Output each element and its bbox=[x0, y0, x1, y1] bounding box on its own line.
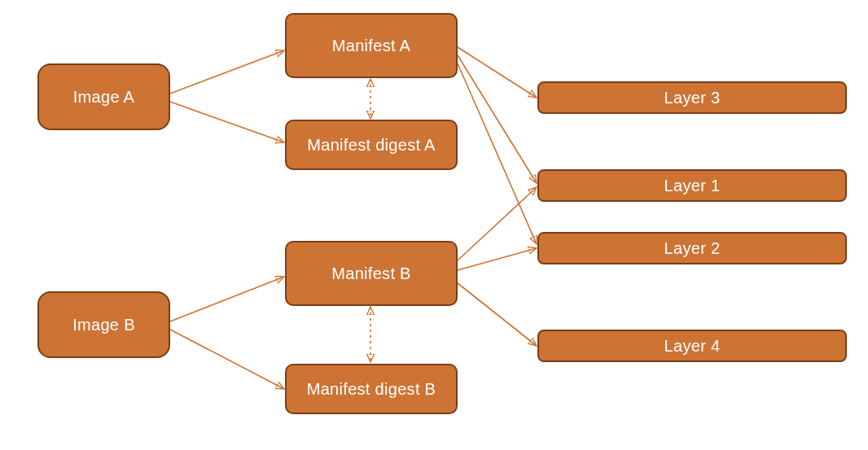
svg-line-11 bbox=[458, 283, 537, 346]
svg-line-0 bbox=[170, 50, 284, 94]
node-layer-3: Layer 3 bbox=[537, 81, 847, 114]
node-manifest-b: Manifest B bbox=[285, 241, 458, 306]
node-manifest-digest-a: Manifest digest A bbox=[285, 120, 458, 170]
diagram-canvas: Image A Image B Manifest A Manifest dige… bbox=[0, 0, 868, 450]
node-layer-1: Layer 1 bbox=[537, 169, 847, 202]
node-layer-4: Layer 4 bbox=[537, 330, 847, 362]
node-label: Layer 1 bbox=[664, 177, 721, 195]
node-label: Layer 3 bbox=[664, 89, 721, 107]
node-label: Layer 4 bbox=[664, 337, 721, 356]
svg-line-2 bbox=[170, 277, 284, 321]
svg-line-10 bbox=[458, 248, 537, 270]
svg-line-8 bbox=[458, 63, 537, 244]
node-image-b: Image B bbox=[37, 291, 170, 358]
node-label: Manifest digest A bbox=[307, 136, 435, 155]
node-manifest-digest-b: Manifest digest B bbox=[285, 364, 458, 414]
node-label: Manifest B bbox=[331, 264, 410, 283]
svg-line-9 bbox=[458, 187, 537, 260]
node-layer-2: Layer 2 bbox=[537, 232, 847, 264]
node-label: Image A bbox=[73, 88, 134, 107]
node-label: Image B bbox=[72, 316, 135, 334]
svg-line-1 bbox=[170, 102, 284, 142]
node-image-a: Image A bbox=[37, 63, 170, 130]
svg-line-7 bbox=[458, 55, 537, 183]
node-label: Manifest digest B bbox=[307, 380, 436, 399]
node-label: Manifest A bbox=[332, 37, 410, 55]
svg-line-6 bbox=[458, 47, 537, 98]
node-manifest-a: Manifest A bbox=[285, 13, 458, 78]
svg-line-3 bbox=[170, 330, 284, 389]
node-label: Layer 2 bbox=[664, 239, 721, 258]
